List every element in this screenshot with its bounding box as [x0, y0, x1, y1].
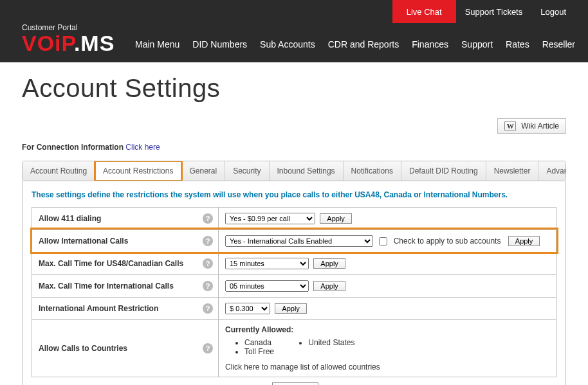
row-allow-international: Allow International Calls ? Yes - Intern… [32, 229, 556, 252]
help-icon[interactable]: ? [203, 213, 213, 224]
row-allow-countries: Allow Calls to Countries ? Currently All… [32, 319, 556, 377]
support-tickets-link[interactable]: Support Tickets [456, 0, 532, 23]
tab-newsletter[interactable]: Newsletter [486, 161, 539, 181]
tab-advanced[interactable]: Advanced [538, 161, 566, 181]
panel-description: These settings define the restrictions t… [32, 190, 556, 199]
nav-rates[interactable]: Rates [506, 39, 529, 49]
brand-logo[interactable]: VOiP.MS [22, 33, 115, 53]
tab-account-routing[interactable]: Account Routing [23, 161, 95, 181]
nav-main-menu[interactable]: Main Menu [135, 39, 179, 49]
connection-info-text: For Connection Information Click here [22, 143, 566, 152]
help-icon[interactable]: ? [203, 343, 213, 354]
label-allow-countries: Allow Calls to Countries [39, 344, 127, 353]
connection-info-link[interactable]: Click here [125, 143, 160, 152]
logo-word-voip: VOiP [22, 31, 74, 55]
row-intl-amount: International Amount Restriction ? $ 0.3… [32, 297, 556, 319]
label-intl-amount: International Amount Restriction [39, 304, 158, 313]
apply-international-button[interactable]: Apply [508, 236, 540, 246]
select-max-us48[interactable]: 15 minutes [225, 258, 309, 269]
currently-allowed-title: Currently Allowed: [225, 325, 549, 334]
logout-link[interactable]: Logout [531, 0, 575, 23]
logo-block: Customer Portal VOiP.MS [22, 23, 115, 53]
tab-default-did-routing[interactable]: Default DID Routing [401, 161, 486, 181]
wiki-article-label: Wiki Article [521, 121, 559, 130]
allowed-countries-col2: United States [289, 338, 354, 347]
tab-inbound-settings[interactable]: Inbound Settings [270, 161, 344, 181]
row-max-us48: Max. Call Time for US48/Canadian Calls ?… [32, 252, 556, 274]
restrictions-panel: These settings define the restrictions t… [22, 181, 566, 385]
restrictions-table: Allow 411 dialing ? Yes - $0.99 per call… [32, 207, 556, 377]
nav-did-numbers[interactable]: DID Numbers [192, 39, 247, 49]
nav-finances[interactable]: Finances [412, 39, 448, 49]
page-title: Account Settings [22, 74, 566, 103]
label-apply-sub-accounts: Check to apply to sub accounts [394, 237, 501, 246]
nav-support[interactable]: Support [461, 39, 493, 49]
tab-notifications[interactable]: Notifications [344, 161, 401, 181]
row-max-international: Max. Call Time for International Calls ?… [32, 274, 556, 297]
allowed-country-tollfree: Toll Free [244, 347, 274, 356]
apply-411-button[interactable]: Apply [320, 213, 352, 224]
allowed-countries-col1: Canada Toll Free [225, 338, 274, 356]
select-allow-411[interactable]: Yes - $0.99 per call [225, 213, 315, 224]
label-max-us48: Max. Call Time for US48/Canadian Calls [39, 259, 183, 268]
nav-cdr-reports[interactable]: CDR and Reports [328, 39, 400, 49]
logo-word-ms: .MS [74, 31, 115, 55]
live-chat-button[interactable]: Live Chat [392, 0, 456, 23]
label-allow-international: Allow International Calls [39, 237, 128, 246]
nav-sub-accounts[interactable]: Sub Accounts [260, 39, 315, 49]
nav-reseller[interactable]: Reseller [542, 39, 575, 49]
help-icon[interactable]: ? [203, 236, 213, 246]
apply-all-button[interactable]: Apply All [272, 382, 318, 385]
select-allow-international[interactable]: Yes - International Calls Enabled [225, 235, 373, 247]
apply-max-us48-button[interactable]: Apply [313, 258, 345, 269]
apply-intl-amount-button[interactable]: Apply [275, 303, 307, 314]
apply-max-international-button[interactable]: Apply [313, 281, 345, 291]
select-intl-amount[interactable]: $ 0.300 [225, 303, 270, 314]
label-max-international: Max. Call Time for International Calls [39, 282, 174, 291]
allowed-country-canada: Canada [244, 338, 274, 347]
conn-info-prefix: For Connection Information [22, 143, 125, 152]
wiki-icon: W [504, 121, 516, 130]
help-icon[interactable]: ? [203, 258, 213, 269]
settings-tabs: Account Routing Account Restrictions Gen… [22, 161, 566, 181]
tab-general[interactable]: General [181, 161, 225, 181]
tab-account-restrictions[interactable]: Account Restrictions [95, 161, 181, 181]
help-icon[interactable]: ? [203, 281, 213, 291]
tab-security[interactable]: Security [225, 161, 269, 181]
main-nav: Main Menu DID Numbers Sub Accounts CDR a… [135, 39, 575, 53]
checkbox-apply-sub-accounts[interactable] [379, 237, 387, 246]
help-icon[interactable]: ? [203, 303, 213, 314]
label-allow-411: Allow 411 dialing [39, 214, 101, 223]
allowed-country-us: United States [308, 338, 354, 347]
manage-countries-link[interactable]: Click here to manage list of allowed cou… [225, 363, 549, 372]
wiki-article-button[interactable]: W Wiki Article [497, 118, 566, 134]
row-allow-411: Allow 411 dialing ? Yes - $0.99 per call… [32, 207, 556, 229]
select-max-international[interactable]: 05 minutes [225, 280, 309, 292]
